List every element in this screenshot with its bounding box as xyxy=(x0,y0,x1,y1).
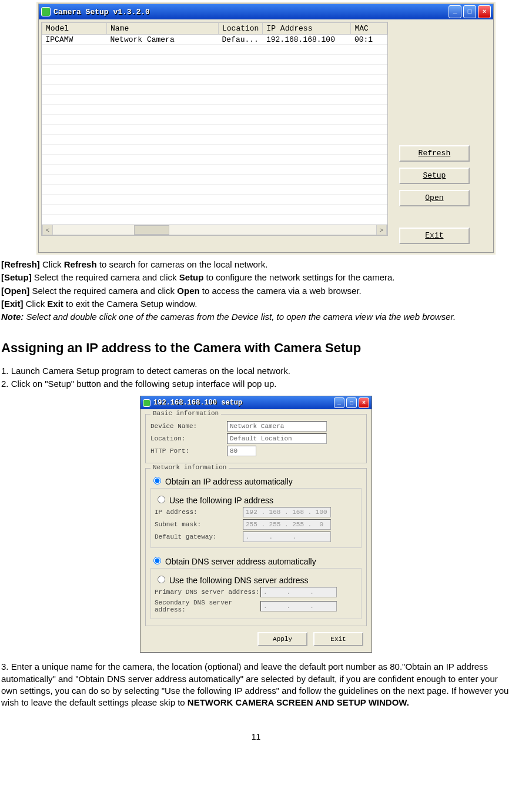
close-button[interactable]: × xyxy=(359,397,369,408)
label-setup: [Setup] xyxy=(1,272,32,282)
location-input[interactable] xyxy=(227,433,327,444)
scroll-left-icon[interactable]: < xyxy=(42,225,53,235)
label-device-name: Device Name: xyxy=(150,423,227,430)
label-location: Location: xyxy=(150,435,227,442)
network-info-group: Network information Obtain an IP address… xyxy=(145,468,367,626)
label-ip: IP address: xyxy=(155,509,243,516)
group-legend-basic: Basic information xyxy=(150,410,221,417)
primary-dns-input xyxy=(260,587,337,597)
open-button[interactable]: Open xyxy=(399,190,470,206)
scroll-right-icon[interactable]: > xyxy=(376,225,387,235)
scroll-thumb[interactable] xyxy=(134,225,169,235)
h-scrollbar[interactable]: < > xyxy=(42,225,387,235)
label-exit: [Exit] xyxy=(1,299,24,309)
close-button[interactable]: × xyxy=(478,5,491,18)
http-port-input[interactable] xyxy=(227,446,256,456)
label-http-port: HTTP Port: xyxy=(150,447,227,455)
section-heading: Assigning an IP address to the Camera wi… xyxy=(1,339,511,357)
window-titlebar: Camera Setup v1.3.2.0 _ □ × xyxy=(39,4,493,19)
minimize-button[interactable]: _ xyxy=(334,397,344,408)
device-table[interactable]: Model Name Location IP Address MAC IPCAM… xyxy=(41,22,388,236)
window-title: Camera Setup v1.3.2.0 xyxy=(53,8,150,16)
subnet-mask-input xyxy=(243,519,331,530)
label-primary-dns: Primary DNS server address: xyxy=(155,589,260,596)
doc-section-2: 3. Enter a unique name for the camera, t… xyxy=(0,661,512,709)
radio-use-ip[interactable] xyxy=(158,496,165,503)
doc-section-1: [Refresh] Click Refresh to search for ca… xyxy=(0,259,512,390)
exit-button[interactable]: Exit xyxy=(399,228,470,244)
exit-button-2[interactable]: Exit xyxy=(313,632,363,646)
label-subnet: Subnet mask: xyxy=(155,521,243,528)
static-ip-group: Use the following IP address IP address:… xyxy=(150,488,362,548)
refresh-button[interactable]: Refresh xyxy=(399,145,470,162)
table-row[interactable]: IPCAMW Network Camera Defau... 192.168.1… xyxy=(42,35,387,45)
page-number: 11 xyxy=(0,732,512,741)
label-refresh: [Refresh] xyxy=(1,259,40,269)
device-name-input[interactable] xyxy=(227,421,327,432)
col-name[interactable]: Name xyxy=(107,23,219,35)
setup-button[interactable]: Setup xyxy=(399,168,470,184)
radio-obtain-dns-auto[interactable] xyxy=(153,557,161,564)
app-icon xyxy=(41,7,51,16)
label-secondary-dns: Secondary DNS server address: xyxy=(155,599,260,613)
maximize-button[interactable]: □ xyxy=(463,5,476,18)
label-note: Note: xyxy=(1,312,24,322)
apply-button[interactable]: Apply xyxy=(257,632,307,646)
minimize-button[interactable]: _ xyxy=(449,5,461,18)
gateway-input xyxy=(243,532,331,542)
ip-address-input xyxy=(243,507,331,517)
basic-info-group: Basic information Device Name: Location:… xyxy=(145,414,367,463)
col-model[interactable]: Model xyxy=(42,23,107,35)
col-location[interactable]: Location xyxy=(219,23,263,35)
radio-use-dns[interactable] xyxy=(158,576,165,583)
step-1: 1. Launch Camera Setup program to detect… xyxy=(1,365,511,377)
camera-setup-window: Camera Setup v1.3.2.0 _ □ × Model Name L… xyxy=(38,4,494,253)
col-mac[interactable]: MAC xyxy=(351,23,387,35)
static-dns-group: Use the following DNS server address Pri… xyxy=(150,568,362,619)
label-open: [Open] xyxy=(1,286,29,296)
step-2: 2. Click on "Setup" button and the follo… xyxy=(1,378,511,390)
window-titlebar-2: 192.168.168.100 setup _ □ × xyxy=(140,396,372,409)
radio-obtain-ip-auto[interactable] xyxy=(153,477,161,484)
col-ip[interactable]: IP Address xyxy=(263,23,351,35)
app-icon xyxy=(143,399,150,407)
ip-setup-window: 192.168.168.100 setup _ □ × Basic inform… xyxy=(140,396,372,653)
group-legend-network: Network information xyxy=(150,464,229,471)
window-title-2: 192.168.168.100 setup xyxy=(153,399,242,407)
secondary-dns-input xyxy=(260,601,337,611)
label-gateway: Default gateway: xyxy=(155,533,243,540)
maximize-button[interactable]: □ xyxy=(346,397,357,408)
